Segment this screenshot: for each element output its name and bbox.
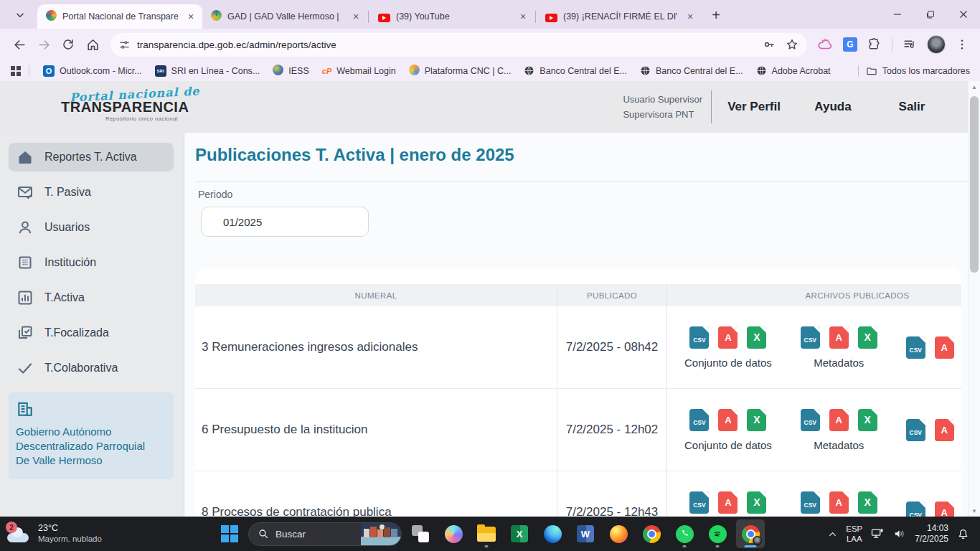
csv-file-icon[interactable]: CSV <box>801 409 820 431</box>
browser-menu-icon[interactable] <box>956 38 969 51</box>
bookmark-item[interactable]: Banco Central del E... <box>517 62 633 79</box>
bookmark-item[interactable]: Plataforma CNC | C... <box>402 62 518 80</box>
bookmark-star-icon[interactable] <box>786 38 798 51</box>
period-input[interactable] <box>201 207 369 237</box>
taskbar-task-view-icon[interactable] <box>406 519 435 548</box>
tab-search-button[interactable] <box>10 5 30 25</box>
browser-tab[interactable]: (39) YouTube× <box>369 4 534 29</box>
bookmark-item[interactable]: OOutlook.com - Micr... <box>37 62 149 80</box>
tab-close-icon[interactable]: × <box>184 9 198 24</box>
csv-file-icon[interactable]: CSV <box>689 491 709 514</box>
bookmark-item[interactable]: cPWebmail Login <box>316 63 402 79</box>
taskbar-weather-widget[interactable]: 2 23°C Mayorm. nublado <box>0 523 102 545</box>
tray-language-indicator[interactable]: ESP LAA <box>846 524 862 544</box>
password-key-icon[interactable] <box>763 38 776 51</box>
csv-file-icon[interactable]: CSV <box>689 409 709 431</box>
tab-close-icon[interactable]: × <box>349 9 363 24</box>
nav-ayuda[interactable]: Ayuda <box>793 100 872 114</box>
translate-extension-icon[interactable]: G <box>843 37 857 52</box>
window-minimize-button[interactable] <box>881 0 914 29</box>
back-button[interactable] <box>7 32 32 57</box>
xls-file-icon[interactable]: X <box>858 409 877 431</box>
xls-file-icon[interactable]: X <box>858 326 877 349</box>
bookmark-item[interactable]: SRISRI en Línea - Cons... <box>149 62 267 80</box>
page-scrollbar[interactable]: ▲ ▼ <box>968 81 980 517</box>
sidebar-item-t-colaborativa[interactable]: T.Colaborativa <box>9 354 174 382</box>
csv-file-icon[interactable]: CSV <box>906 419 925 441</box>
profile-avatar[interactable] <box>927 35 946 54</box>
csv-file-icon[interactable]: CSV <box>906 336 925 359</box>
tray-clock[interactable]: 14:03 7/2/2025 <box>915 523 948 545</box>
pdf-file-icon[interactable]: A <box>718 409 738 431</box>
taskbar-firefox-icon[interactable] <box>604 519 633 548</box>
tray-network-icon[interactable] <box>870 527 885 541</box>
pdf-file-icon[interactable]: A <box>829 326 849 349</box>
xls-file-icon[interactable]: X <box>747 491 766 514</box>
taskbar-search[interactable]: Buscar <box>248 522 402 546</box>
taskbar-explorer-icon[interactable] <box>472 519 501 548</box>
reload-button[interactable] <box>56 32 80 57</box>
pdf-file-icon[interactable]: A <box>718 491 738 514</box>
weather-extension-icon[interactable] <box>817 37 833 52</box>
taskbar-edge-icon[interactable] <box>538 519 567 548</box>
bookmark-item[interactable]: Banco Central del E... <box>633 62 750 79</box>
all-bookmarks[interactable]: Todos los marcadores <box>851 65 970 77</box>
url-text[interactable]: transparencia.dpe.gob.ec/admin/reports/a… <box>137 39 336 50</box>
pdf-file-icon[interactable]: A <box>935 501 954 517</box>
taskbar-chrome-icon[interactable] <box>637 519 666 548</box>
sidebar-item-t-pasiva[interactable]: T. Pasiva <box>9 178 174 207</box>
bookmark-item[interactable]: IESS <box>266 62 316 80</box>
csv-file-icon[interactable]: CSV <box>801 491 820 514</box>
xls-file-icon[interactable]: X <box>747 326 766 349</box>
apps-grid-icon[interactable] <box>10 65 22 77</box>
xls-file-icon[interactable]: X <box>747 409 766 431</box>
sidebar-item-usuarios[interactable]: Usuarios <box>9 213 174 242</box>
tab-close-icon[interactable]: × <box>516 9 530 24</box>
nav-ver-perfil[interactable]: Ver Perfil <box>715 100 793 114</box>
sidebar-item-reportes-t-activa[interactable]: Reportes T. Activa <box>9 143 174 171</box>
home-button[interactable] <box>80 32 105 57</box>
xls-file-icon[interactable]: X <box>858 491 877 514</box>
pdf-file-icon[interactable]: A <box>718 326 738 349</box>
taskbar-spotify-icon[interactable] <box>703 519 732 548</box>
search-highlight-image[interactable] <box>361 522 401 546</box>
scrollbar-thumb[interactable] <box>970 96 979 273</box>
new-tab-button[interactable]: + <box>706 5 726 25</box>
csv-file-icon[interactable]: CSV <box>906 501 925 517</box>
pdf-file-icon[interactable]: A <box>829 409 849 431</box>
tray-volume-icon[interactable] <box>892 527 907 541</box>
tab-close-icon[interactable]: × <box>683 9 697 24</box>
forward-button[interactable] <box>32 32 56 57</box>
nav-salir[interactable]: Salir <box>872 100 951 114</box>
sidebar-item-t-activa[interactable]: T.Activa <box>9 283 174 312</box>
taskbar-copilot-icon[interactable] <box>439 519 468 548</box>
csv-file-icon[interactable]: CSV <box>689 326 709 349</box>
bookmark-item[interactable]: Adobe Acrobat <box>750 62 837 79</box>
scrollbar-down-arrow[interactable]: ▼ <box>969 505 980 517</box>
all-bookmarks-button[interactable]: Todos los marcadores <box>866 65 970 77</box>
extensions-puzzle-icon[interactable] <box>867 37 882 52</box>
browser-tab[interactable]: (39) ¡RENACÍ! FIRMÉ EL DIVORC× <box>537 4 702 29</box>
taskbar-word-icon[interactable]: W <box>571 519 600 548</box>
start-button[interactable] <box>215 519 244 548</box>
csv-file-icon[interactable]: CSV <box>801 326 820 349</box>
scrollbar-up-arrow[interactable]: ▲ <box>969 81 980 93</box>
pdf-file-icon[interactable]: A <box>935 419 954 441</box>
window-maximize-button[interactable] <box>914 0 947 29</box>
tray-notifications-bell-icon[interactable] <box>956 527 970 541</box>
sidebar-item-instituci-n[interactable]: Institución <box>9 248 174 277</box>
pdf-file-icon[interactable]: A <box>935 336 954 359</box>
browser-tab[interactable]: Portal Nacional de Transparenc× <box>37 4 202 29</box>
browser-tab[interactable]: GAD | GAD Valle Hermoso |× <box>202 4 367 29</box>
media-controls-icon[interactable] <box>903 37 917 52</box>
taskbar-excel-icon[interactable]: X <box>505 519 534 548</box>
site-settings-icon[interactable] <box>119 39 130 50</box>
sidebar-institution-card[interactable]: Gobierno Autónomo Descentralizado Parroq… <box>9 392 174 479</box>
taskbar-chrome-profile-icon[interactable] <box>736 519 765 548</box>
sidebar-item-t-focalizada[interactable]: T.Focalizada <box>9 319 174 347</box>
pdf-file-icon[interactable]: A <box>829 491 849 514</box>
window-close-button[interactable] <box>947 0 980 29</box>
tray-chevron-up-icon[interactable] <box>827 529 838 540</box>
url-bar[interactable]: transparencia.dpe.gob.ec/admin/reports/a… <box>110 33 807 57</box>
taskbar-whatsapp-icon[interactable] <box>670 519 699 548</box>
